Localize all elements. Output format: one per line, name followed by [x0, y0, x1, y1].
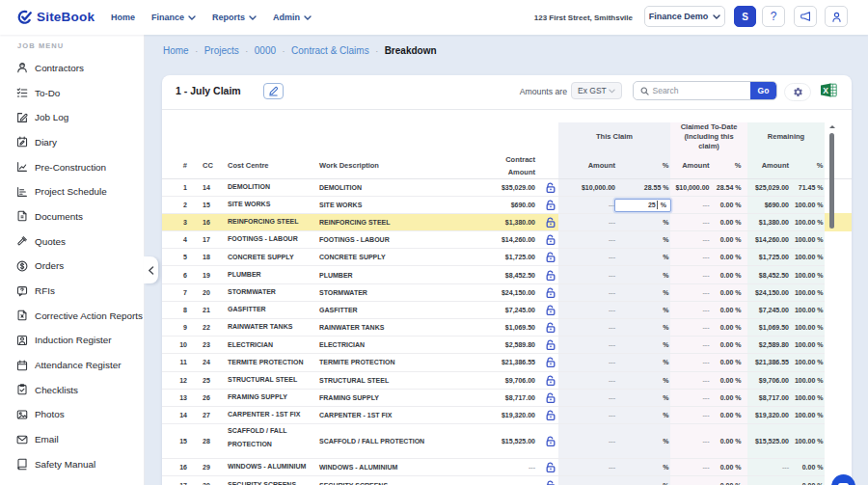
- svg-text:X: X: [823, 86, 828, 95]
